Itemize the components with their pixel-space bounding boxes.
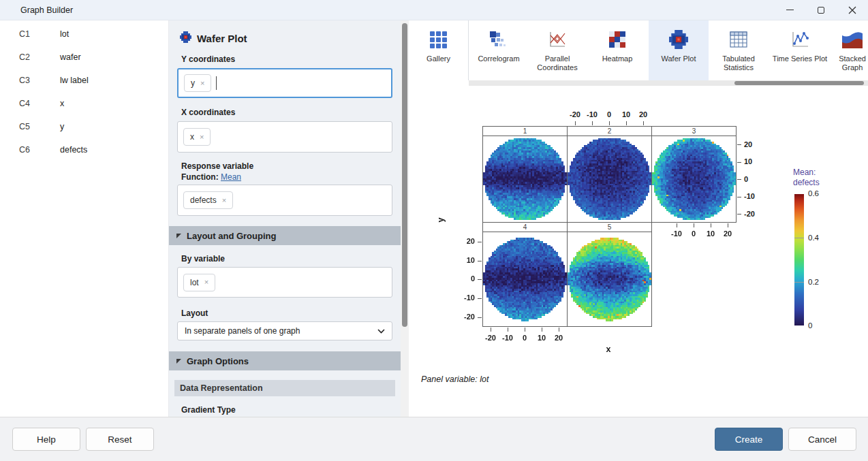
graph-options-section-header[interactable]: Graph Options	[169, 351, 401, 370]
toolbar-horizontal-scrollbar[interactable]	[469, 80, 868, 86]
gradient-type-label: Gradient Type	[181, 405, 401, 415]
tab-label: Tabulated Statistics	[709, 54, 769, 72]
tab-label: Correlogram	[478, 54, 519, 63]
column-list-panel: C1lot C2wafer C3lw label C4x C5y C6defec…	[0, 20, 169, 417]
function-mean-link[interactable]: Mean	[221, 172, 241, 182]
color-gradient-legend	[794, 194, 804, 325]
x-coordinates-dropzone[interactable]: x ×	[177, 121, 392, 153]
wafer-heatmap-4	[483, 232, 567, 326]
chip-label: x	[190, 132, 194, 142]
by-variable-dropzone[interactable]: lot ×	[177, 267, 392, 298]
y-coordinates-dropzone[interactable]: y ×	[177, 68, 392, 98]
stacked-graph-icon	[842, 29, 863, 50]
chevron-down-icon	[377, 329, 385, 334]
panel-header: 5	[568, 223, 651, 232]
tab-time-series-plot[interactable]: Time Series Plot	[769, 20, 831, 80]
create-button[interactable]: Create	[715, 428, 783, 451]
chip-label: defects	[190, 195, 217, 205]
correlogram-icon	[489, 29, 508, 50]
close-button[interactable]	[837, 0, 868, 20]
by-variable-label: By variable	[181, 254, 401, 264]
tab-parallel-coordinates[interactable]: Parallel Coordinates	[529, 20, 586, 80]
tab-wafer-plot[interactable]: Wafer Plot	[649, 20, 709, 80]
legend-value: 0.4	[808, 234, 828, 242]
panel-header: 2	[568, 127, 651, 136]
y-tick-label: 20	[744, 140, 767, 148]
data-representation-header: Data Representation	[174, 380, 395, 396]
column-name: y	[60, 122, 64, 131]
column-name: lot	[60, 29, 69, 39]
wafer-heatmap-5	[568, 232, 651, 326]
y-tick-label: 10	[452, 256, 475, 264]
variable-chip-y[interactable]: y ×	[184, 74, 211, 92]
column-row-lw-label[interactable]: C3lw label	[0, 69, 168, 92]
legend-value: 0.2	[808, 278, 828, 286]
panel-header: 3	[652, 127, 736, 136]
panel-header: 1	[483, 127, 567, 136]
column-name: defects	[60, 145, 87, 155]
chip-label: y	[191, 78, 195, 88]
tab-label: Heatmap	[602, 54, 633, 63]
column-row-y[interactable]: C5y	[0, 115, 168, 138]
tab-label: Gallery	[427, 54, 450, 63]
column-name: lw label	[60, 76, 89, 85]
x-tick-label: 20	[632, 110, 655, 118]
variable-chip-x[interactable]: x ×	[183, 128, 211, 146]
y-tick-label: 0	[452, 274, 475, 283]
window-title: Graph Builder	[0, 5, 73, 15]
plot-type-toolbar: Gallery Correlogram	[409, 20, 868, 80]
text-cursor	[216, 76, 217, 90]
remove-icon[interactable]: ×	[222, 197, 226, 204]
wafer-heatmap-2	[568, 136, 651, 222]
maximize-button[interactable]	[805, 0, 837, 20]
y-tick-label: 10	[744, 157, 767, 165]
tab-correlogram[interactable]: Correlogram	[469, 20, 529, 80]
y-tick-label: -10	[744, 192, 767, 200]
help-button[interactable]: Help	[12, 428, 80, 451]
y-tick-label: -20	[744, 210, 767, 218]
remove-icon[interactable]: ×	[204, 279, 208, 286]
response-variable-label: Response variable	[181, 161, 401, 171]
tab-label: Wafer Plot	[662, 54, 696, 63]
column-row-lot[interactable]: C1lot	[0, 22, 168, 46]
scrollbar-thumb[interactable]	[402, 23, 407, 327]
reset-button[interactable]: Reset	[86, 428, 154, 451]
x-tick-label: 20	[547, 334, 570, 342]
cancel-button[interactable]: Cancel	[788, 428, 856, 451]
scrollbar-thumb[interactable]	[734, 81, 864, 85]
y-tick-label: -10	[452, 293, 475, 302]
function-row: Function: Mean	[181, 172, 401, 182]
tab-stacked-graph[interactable]: Stacked Graph	[831, 20, 868, 80]
section-header-label: Graph Options	[187, 356, 249, 366]
parallel-coordinates-icon	[548, 29, 567, 50]
graph-pane: Gallery Correlogram	[409, 20, 868, 417]
wafer-panel-1: 1	[482, 126, 568, 223]
tab-heatmap[interactable]: Heatmap	[586, 20, 649, 80]
layout-grouping-section-header[interactable]: Layout and Grouping	[169, 226, 401, 245]
tab-tabulated-statistics[interactable]: Tabulated Statistics	[709, 20, 769, 80]
panel-variable-note: Panel variable: lot	[421, 375, 489, 384]
settings-vertical-scrollbar[interactable]	[401, 20, 409, 417]
wafer-plot-canvas-area: -20 -10 0 10 20 1 2 3 4 5	[409, 86, 868, 417]
response-variable-dropzone[interactable]: defects ×	[177, 185, 392, 216]
column-row-wafer[interactable]: C2wafer	[0, 46, 168, 69]
remove-icon[interactable]: ×	[200, 133, 204, 141]
disclosure-triangle-icon	[176, 233, 182, 239]
disclosure-triangle-icon	[176, 358, 182, 364]
x-tick-label: 20	[716, 229, 739, 238]
tabulated-statistics-icon	[730, 29, 747, 50]
column-row-x[interactable]: C4x	[0, 92, 168, 115]
minimize-button[interactable]	[774, 0, 805, 20]
variable-chip-lot[interactable]: lot ×	[183, 274, 215, 291]
column-row-defects[interactable]: C6defects	[0, 138, 168, 161]
remove-icon[interactable]: ×	[200, 80, 204, 87]
variable-chip-defects[interactable]: defects ×	[183, 191, 233, 209]
tab-gallery[interactable]: Gallery	[409, 20, 469, 80]
x-axis-label: x	[595, 345, 622, 354]
settings-title-row: Wafer Plot	[169, 20, 401, 45]
layout-select[interactable]: In separate panels of one graph	[177, 321, 392, 340]
section-header-label: Layout and Grouping	[187, 231, 276, 241]
y-tick-label: 20	[452, 237, 475, 245]
legend-value: 0	[808, 321, 828, 330]
window-controls	[774, 0, 868, 20]
